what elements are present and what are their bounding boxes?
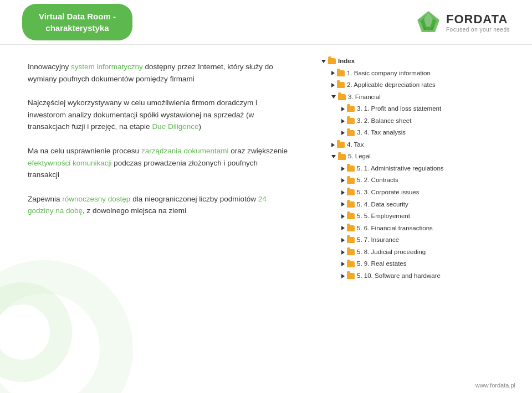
- header-title: Virtual Data Room - charakterystyka: [22, 4, 132, 40]
- folder-icon-root: [328, 58, 336, 64]
- tree-arrow-5: [331, 155, 336, 158]
- tree-item-3-1: 3. 1. Profit and loss statement: [321, 103, 521, 115]
- folder-icon-5-2: [347, 178, 355, 184]
- folder-icon-5-8: [347, 249, 355, 255]
- tree-root: Index: [321, 55, 521, 68]
- text-block-3: Ma na celu usprawnienie procesu zarządza…: [28, 145, 288, 181]
- highlight-due-diligence: Due Diligence: [152, 122, 198, 131]
- text-block-1: Innowacyjny system informatyczny dostępn…: [28, 61, 288, 85]
- tree-arrow-root: [321, 60, 326, 63]
- logo: FORDATA Focused on your needs: [416, 10, 510, 34]
- logo-text: FORDATA Focused on your needs: [446, 12, 510, 33]
- tree-arrow-5-4: [341, 202, 345, 206]
- tree-arrow-5-9: [341, 262, 345, 266]
- tree-label-corporate: 5. 3. Corporate issues: [357, 187, 420, 198]
- tree-item-4: 4. Tax: [321, 139, 521, 151]
- file-tree: Index 1. Basic company information 2. Ap…: [321, 55, 521, 282]
- tree-item-3: 3. Financial: [321, 91, 521, 104]
- tree-label-2: 2. Applicable depreciation rates: [347, 80, 436, 91]
- folder-icon-4: [337, 142, 345, 148]
- tree-label-profit-loss: 3. 1. Profit and loss statement: [357, 104, 441, 115]
- tree-arrow-5-1: [341, 167, 345, 171]
- tree-arrow-3-4: [341, 131, 345, 135]
- tree-item-1: 1. Basic company information: [321, 68, 521, 80]
- tree-label-financial-trans: 5. 6. Financial transactions: [357, 223, 433, 234]
- folder-icon-3-1: [347, 106, 355, 112]
- tree-item-3-2: 3. 2. Balance sheet: [321, 115, 521, 127]
- folder-icon-1: [337, 70, 345, 76]
- tree-arrow-5-7: [341, 238, 345, 242]
- tree-arrow-3-1: [341, 107, 345, 111]
- tree-label-software: 5. 10. Software and hardware: [357, 271, 441, 282]
- tree-arrow-1: [331, 71, 335, 75]
- folder-icon-2: [337, 82, 345, 88]
- left-panel: Innowacyjny system informatyczny dostępn…: [0, 50, 310, 376]
- tree-item-5-4: 5. 4. Data security: [321, 199, 521, 211]
- logo-brand: FORDATA: [446, 12, 510, 27]
- folder-icon-5-1: [347, 166, 355, 172]
- main-content: Innowacyjny system informatyczny dostępn…: [0, 50, 532, 376]
- tree-label-insurance: 5. 7. Insurance: [357, 235, 399, 246]
- header: Virtual Data Room - charakterystyka FORD…: [0, 0, 532, 44]
- folder-icon-3-4: [347, 130, 355, 136]
- tree-item-5-8: 5. 8. Judicial proceeding: [321, 246, 521, 258]
- highlight-efektywnosci: efektywności komunikacji: [28, 159, 112, 167]
- tree-label-tax-analysis: 3. 4. Tax analysis: [357, 127, 406, 138]
- text-block-2: Najczęściej wykorzystywany w celu umożli…: [28, 97, 288, 133]
- tree-item-5-1: 5. 1. Administrative regulations: [321, 163, 521, 175]
- folder-icon-5-5: [347, 213, 355, 219]
- tree-label-root: Index: [338, 56, 355, 67]
- folder-icon-3-2: [347, 118, 355, 124]
- folder-icon-5-10: [347, 273, 355, 279]
- tree-arrow-3-2: [341, 119, 345, 123]
- tree-label-employment: 5. 5. Employement: [357, 211, 410, 222]
- folder-icon-5-9: [347, 261, 355, 267]
- tree-item-5-10: 5. 10. Software and hardware: [321, 270, 521, 282]
- tree-label-3: 3. Financial: [348, 92, 381, 103]
- tree-arrow-2: [331, 83, 335, 87]
- tree-label-data-security: 5. 4. Data security: [357, 199, 408, 210]
- tree-arrow-5-2: [341, 178, 345, 183]
- folder-icon-5-4: [347, 201, 355, 208]
- tree-arrow-5-3: [341, 190, 345, 195]
- footer-url: www.fordata.pl: [475, 382, 515, 389]
- tree-label-1: 1. Basic company information: [347, 68, 431, 79]
- highlight-system: system informatyczny: [71, 63, 143, 71]
- tree-item-5-2: 5. 2. Contracts: [321, 174, 521, 187]
- folder-icon-5-6: [347, 225, 355, 231]
- text-block-4: Zapewnia równoczesny dostęp dla nieogran…: [28, 193, 288, 217]
- tree-item-5-6: 5. 6. Financial transactions: [321, 223, 521, 235]
- tree-label-contracts: 5. 2. Contracts: [357, 175, 398, 186]
- tree-item-2: 2. Applicable depreciation rates: [321, 79, 521, 91]
- logo-tagline: Focused on your needs: [446, 27, 510, 33]
- folder-icon-5-3: [347, 189, 355, 195]
- tree-arrow-5-5: [341, 214, 345, 219]
- tree-item-5-3: 5. 3. Corporate issues: [321, 187, 521, 199]
- right-panel: Index 1. Basic company information 2. Ap…: [310, 50, 532, 376]
- tree-item-3-4: 3. 4. Tax analysis: [321, 127, 521, 139]
- highlight-dostep: równoczesny dostęp: [62, 195, 130, 203]
- tree-label-judicial: 5. 8. Judicial proceeding: [357, 247, 426, 258]
- folder-icon-5: [338, 154, 346, 160]
- tree-arrow-5-8: [341, 250, 345, 255]
- tree-item-5-5: 5. 5. Employement: [321, 210, 521, 223]
- tree-label-4: 4. Tax: [347, 139, 364, 151]
- tree-item-5-7: 5. 7. Insurance: [321, 234, 521, 246]
- highlight-zarzadzania: zarządzania dokumentami: [141, 147, 229, 155]
- tree-arrow-3: [331, 95, 336, 99]
- tree-arrow-5-10: [341, 274, 345, 278]
- tree-arrow-4: [331, 143, 335, 147]
- logo-icon: [416, 10, 441, 34]
- footer: www.fordata.pl: [475, 382, 515, 389]
- tree-label-balance-sheet: 3. 2. Balance sheet: [357, 116, 411, 127]
- header-divider: [0, 44, 532, 45]
- folder-icon-5-7: [347, 237, 355, 243]
- folder-icon-3: [338, 94, 346, 100]
- tree-label-real-estates: 5. 9. Real estates: [357, 258, 407, 270]
- tree-label-admin-reg: 5. 1. Administrative regulations: [357, 163, 444, 174]
- tree-item-5: 5. Legal: [321, 151, 521, 163]
- tree-arrow-5-6: [341, 226, 345, 230]
- tree-label-5: 5. Legal: [348, 151, 371, 162]
- tree-item-5-9: 5. 9. Real estates: [321, 258, 521, 270]
